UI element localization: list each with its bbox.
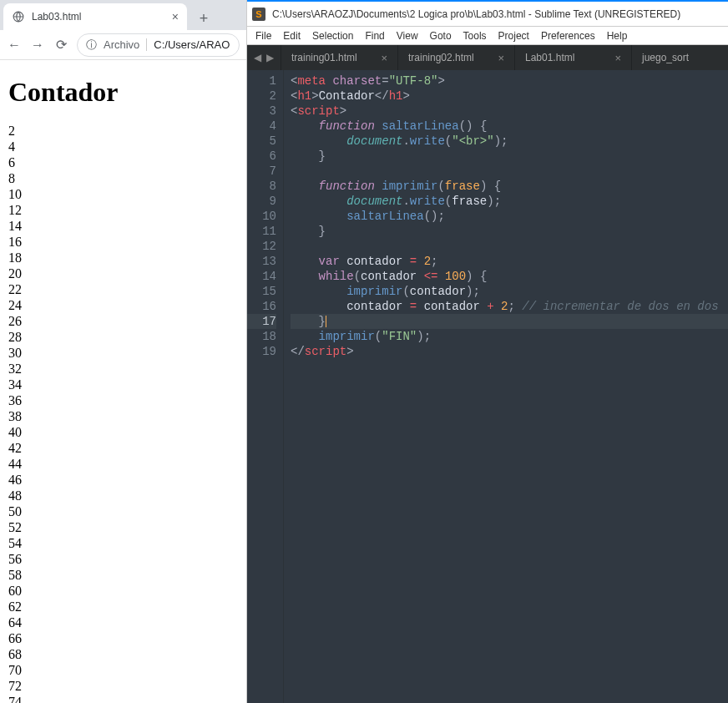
line-number: 8	[247, 179, 276, 194]
address-url: C:/Users/ARAO	[154, 38, 230, 51]
close-icon[interactable]: ×	[498, 52, 504, 64]
code-line: imprimir("FIN");	[291, 329, 728, 344]
output-line: 46	[8, 472, 238, 488]
browser-toolbar: ← → ⟳ ⓘ Archivo C:/Users/ARAO	[0, 30, 246, 60]
menu-item[interactable]: Preferences	[541, 30, 595, 42]
output-line: 64	[8, 614, 238, 630]
editor-area[interactable]: 12345678910111213141516171819 <meta char…	[247, 70, 728, 703]
output-line: 52	[8, 519, 238, 535]
output-line: 32	[8, 361, 238, 377]
output-line: 8	[8, 170, 238, 186]
output-line: 74	[8, 694, 238, 703]
line-number: 11	[247, 224, 276, 239]
browser-tab[interactable]: Lab03.html ×	[3, 3, 187, 30]
code-line: contador = contador + 2; // incrementar …	[291, 299, 728, 314]
output-line: 26	[8, 313, 238, 329]
line-number: 16	[247, 299, 276, 314]
editor-tab[interactable]: Lab01.html×	[515, 45, 632, 70]
output-line: 24	[8, 297, 238, 313]
browser-tab-strip: Lab03.html × +	[0, 0, 246, 30]
output-line: 38	[8, 408, 238, 424]
output-line: 58	[8, 567, 238, 583]
output-line: 28	[8, 329, 238, 345]
new-tab-button[interactable]: +	[192, 7, 215, 30]
code-line: var contador = 2;	[291, 254, 728, 269]
code-line: <h1>Contador</h1>	[291, 89, 728, 104]
line-number: 12	[247, 239, 276, 254]
editor-tab[interactable]: juego_sort	[632, 45, 728, 70]
close-icon[interactable]: ×	[614, 52, 621, 64]
line-number: 17	[247, 314, 276, 329]
sublime-tab-bar: ◀ ▶ training01.html×training02.html×Lab0…	[247, 45, 728, 70]
output-line: 36	[8, 392, 238, 408]
address-prefix: Archivo	[104, 38, 147, 51]
output-line: 68	[8, 646, 238, 662]
sublime-window: S C:\Users\ARAOZJ\Documents\2 Logica pro…	[247, 0, 728, 703]
output-line: 16	[8, 234, 238, 250]
output-line: 14	[8, 218, 238, 234]
line-number: 1	[247, 73, 276, 89]
output-line: 10	[8, 186, 238, 202]
sublime-title-text: C:\Users\ARAOZJ\Documents\2 Logica pro\b…	[272, 8, 680, 20]
code-line: while(contador <= 100) {	[291, 269, 728, 284]
menu-item[interactable]: Goto	[430, 30, 452, 42]
sublime-icon: S	[252, 8, 265, 21]
triangle-right-icon[interactable]: ▶	[266, 52, 274, 63]
reload-icon[interactable]: ⟳	[53, 37, 68, 53]
back-icon[interactable]: ←	[7, 38, 22, 53]
code-line: <meta charset="UTF-8">	[291, 73, 728, 89]
line-number: 15	[247, 284, 276, 299]
code-line: saltarLinea();	[291, 209, 728, 224]
line-number: 18	[247, 329, 276, 344]
output-line: 40	[8, 424, 238, 440]
output-line: 62	[8, 599, 238, 614]
output-line: 2	[8, 123, 238, 139]
globe-icon	[12, 10, 25, 23]
output-line: 18	[8, 250, 238, 266]
line-number: 3	[247, 104, 276, 119]
code-line: }	[291, 314, 728, 329]
editor-tab[interactable]: training02.html×	[398, 45, 515, 70]
output-line: 6	[8, 154, 238, 170]
menu-item[interactable]: Project	[498, 30, 529, 42]
output-line: 12	[8, 202, 238, 218]
output-line: 66	[8, 630, 238, 646]
close-icon[interactable]: ×	[381, 52, 387, 64]
menu-item[interactable]: Tools	[463, 30, 487, 42]
output-line: 30	[8, 345, 238, 361]
output-line: 56	[8, 551, 238, 567]
menu-item[interactable]: View	[397, 30, 418, 42]
menu-item[interactable]: Selection	[312, 30, 353, 42]
line-gutter: 12345678910111213141516171819	[247, 70, 284, 703]
sublime-menubar: FileEditSelectionFindViewGotoToolsProjec…	[247, 27, 728, 45]
address-bar[interactable]: ⓘ Archivo C:/Users/ARAO	[77, 33, 240, 57]
menu-item[interactable]: File	[255, 30, 271, 42]
line-number: 13	[247, 254, 276, 269]
output-line: 54	[8, 535, 238, 551]
line-number: 2	[247, 89, 276, 104]
output-line: 72	[8, 678, 238, 694]
output-line: 34	[8, 377, 238, 392]
code-line	[291, 239, 728, 254]
sublime-titlebar: S C:\Users\ARAOZJ\Documents\2 Logica pro…	[247, 2, 728, 27]
line-number: 6	[247, 149, 276, 164]
browser-tab-title: Lab03.html	[32, 11, 165, 23]
info-icon: ⓘ	[86, 38, 97, 53]
browser-viewport: Contador 2468101214161820222426283032343…	[0, 60, 246, 703]
menu-item[interactable]: Find	[365, 30, 384, 42]
triangle-left-icon[interactable]: ◀	[254, 52, 261, 63]
output-line: 4	[8, 139, 238, 154]
line-number: 10	[247, 209, 276, 224]
close-icon[interactable]: ×	[172, 10, 179, 23]
output-line: 48	[8, 488, 238, 503]
code-line: imprimir(contador);	[291, 284, 728, 299]
code-area[interactable]: <meta charset="UTF-8"><h1>Contador</h1><…	[284, 70, 728, 703]
tab-scroll-arrows[interactable]: ◀ ▶	[247, 45, 281, 70]
forward-icon[interactable]: →	[30, 38, 45, 53]
code-line: }	[291, 149, 728, 164]
line-number: 5	[247, 134, 276, 149]
menu-item[interactable]: Edit	[283, 30, 301, 42]
editor-tab[interactable]: training01.html×	[281, 45, 398, 70]
menu-item[interactable]: Help	[607, 30, 628, 42]
code-line: }	[291, 224, 728, 239]
